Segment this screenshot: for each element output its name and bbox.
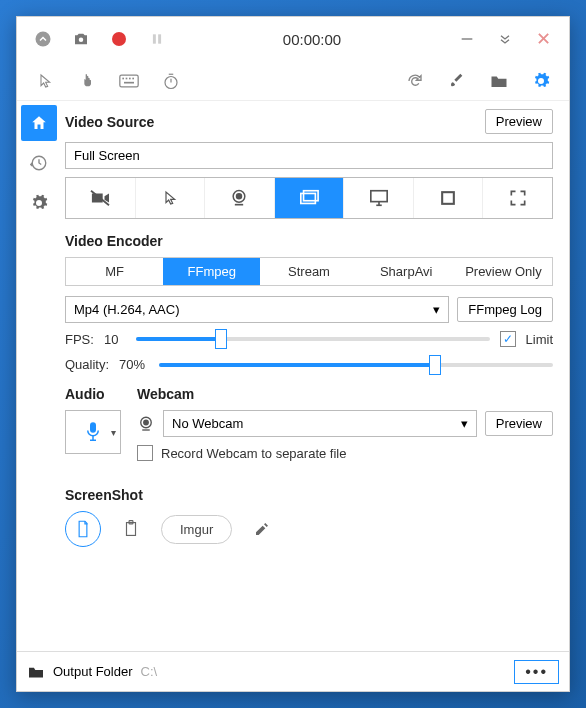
src-webcam-icon[interactable]	[205, 178, 275, 218]
encoder-tabs: MF FFmpeg Stream SharpAvi Preview Only	[65, 257, 553, 286]
chevron-down-icon: ▾	[111, 427, 116, 438]
output-folder-label: Output Folder	[53, 664, 133, 679]
webcam-select[interactable]: No Webcam ▾	[163, 410, 477, 437]
encoder-tab-sharpavi[interactable]: SharpAvi	[358, 258, 455, 285]
app-window: 00:00:00 ✕	[16, 16, 570, 692]
encoder-format-select[interactable]: Mp4 (H.264, AAC) ▾	[65, 296, 449, 323]
video-source-options	[65, 177, 553, 219]
settings-gear-icon[interactable]	[523, 63, 559, 99]
screenshot-imgur-button[interactable]: Imgur	[161, 515, 232, 544]
timer-display: 00:00:00	[179, 31, 445, 48]
main-content: Video Source Preview Video Encoder MF FF…	[61, 101, 569, 651]
svg-rect-29	[127, 523, 136, 536]
src-cursor-icon[interactable]	[136, 178, 206, 218]
close-button[interactable]: ✕	[527, 23, 559, 55]
quality-label: Quality:	[65, 357, 109, 372]
webcam-preview-button[interactable]: Preview	[485, 411, 553, 436]
svg-point-28	[144, 420, 149, 425]
video-source-input[interactable]	[65, 142, 553, 169]
titlebar: 00:00:00 ✕	[17, 17, 569, 61]
svg-point-0	[36, 32, 51, 47]
src-monitor-icon[interactable]	[344, 178, 414, 218]
src-region-icon[interactable]	[414, 178, 484, 218]
output-folder-path: C:\	[141, 664, 507, 679]
record-button[interactable]	[103, 23, 135, 55]
svg-point-1	[79, 38, 84, 43]
src-no-video-icon[interactable]	[66, 178, 136, 218]
svg-rect-24	[91, 423, 96, 432]
quality-value: 70%	[119, 357, 149, 372]
preview-button[interactable]: Preview	[485, 109, 553, 134]
encoder-format-value: Mp4 (H.264, AAC)	[74, 302, 180, 317]
fps-slider[interactable]	[136, 337, 490, 341]
secondary-toolbar	[17, 61, 569, 101]
brush-icon[interactable]	[439, 63, 475, 99]
more-button[interactable]: •••	[514, 660, 559, 684]
screenshot-edit-button[interactable]	[244, 511, 280, 547]
collapse-button[interactable]	[27, 23, 59, 55]
webcam-heading: Webcam	[137, 386, 553, 402]
svg-rect-20	[370, 191, 386, 202]
encoder-tab-preview[interactable]: Preview Only	[455, 258, 552, 285]
refresh-icon[interactable]	[397, 63, 433, 99]
minimize-button[interactable]	[451, 23, 483, 55]
svg-rect-8	[129, 77, 131, 79]
audio-heading: Audio	[65, 386, 121, 402]
chevron-down-icon: ▾	[433, 302, 440, 317]
footer-folder-icon[interactable]	[27, 665, 45, 679]
svg-rect-10	[124, 81, 134, 83]
sidebar-home[interactable]	[21, 105, 57, 141]
svg-rect-9	[132, 77, 134, 79]
svg-rect-5	[120, 75, 138, 87]
webcam-separate-label: Record Webcam to separate file	[161, 446, 346, 461]
chevron-down-icon: ▾	[461, 416, 468, 431]
src-screen-icon[interactable]	[275, 178, 345, 218]
audio-mic-button[interactable]: ▾	[65, 410, 121, 454]
quality-slider[interactable]	[159, 363, 553, 367]
footer: Output Folder C:\ •••	[17, 651, 569, 691]
video-encoder-heading: Video Encoder	[65, 233, 553, 249]
fps-label: FPS:	[65, 332, 94, 347]
svg-rect-6	[122, 77, 124, 79]
screenshot-button[interactable]	[65, 23, 97, 55]
sidebar-settings[interactable]	[21, 185, 57, 221]
folder-icon[interactable]	[481, 63, 517, 99]
click-overlay-icon[interactable]	[69, 63, 105, 99]
sidebar-recent[interactable]	[21, 145, 57, 181]
encoder-tab-mf[interactable]: MF	[66, 258, 163, 285]
svg-rect-7	[126, 77, 128, 79]
screenshot-heading: ScreenShot	[65, 487, 553, 503]
svg-rect-3	[158, 34, 161, 43]
sidebar	[17, 101, 61, 651]
webcam-separate-checkbox[interactable]	[137, 445, 153, 461]
fps-value: 10	[104, 332, 126, 347]
src-fullscreen-icon[interactable]	[483, 178, 552, 218]
cursor-overlay-icon[interactable]	[27, 63, 63, 99]
screenshot-disk-button[interactable]	[65, 511, 101, 547]
webcam-icon	[137, 415, 155, 433]
pause-button	[141, 23, 173, 55]
keystroke-overlay-icon[interactable]	[111, 63, 147, 99]
fps-limit-label: Limit	[526, 332, 553, 347]
screenshot-clipboard-button[interactable]	[113, 511, 149, 547]
svg-rect-23	[442, 192, 454, 204]
ffmpeg-log-button[interactable]: FFmpeg Log	[457, 297, 553, 322]
fps-limit-checkbox[interactable]: ✓	[500, 331, 516, 347]
encoder-tab-ffmpeg[interactable]: FFmpeg	[163, 258, 260, 285]
expand-down-button[interactable]	[489, 23, 521, 55]
timer-overlay-icon[interactable]	[153, 63, 189, 99]
encoder-tab-stream[interactable]: Stream	[260, 258, 357, 285]
svg-rect-2	[153, 34, 156, 43]
svg-point-17	[237, 194, 242, 199]
video-source-heading: Video Source	[65, 114, 154, 130]
webcam-selected-value: No Webcam	[172, 416, 243, 431]
